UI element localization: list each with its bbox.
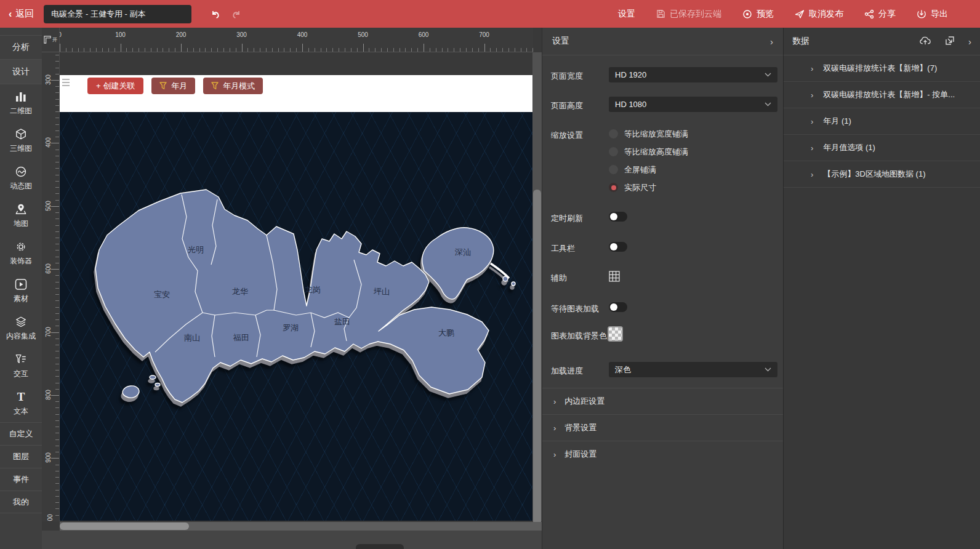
page-width-dropdown[interactable]: HD 1920	[609, 67, 777, 82]
gear-icon	[14, 240, 28, 254]
page-height-dropdown[interactable]: HD 1080	[609, 97, 777, 112]
preview-button[interactable]: 预览	[742, 9, 774, 20]
funnel-icon	[211, 82, 219, 90]
page-width-label: 页面宽度	[551, 71, 583, 82]
chevron-right-icon: ›	[811, 64, 813, 73]
shenzhen-map[interactable]: 光明宝安龙华龙岗坪山深汕罗湖盐田南山福田大鹏	[60, 112, 533, 521]
sidebar-item-交互[interactable]: 交互	[0, 347, 42, 385]
sidebar-item-事件[interactable]: 事件	[0, 468, 42, 491]
export-button[interactable]: 导出	[917, 9, 948, 20]
chevron-left-icon: ‹	[9, 9, 12, 20]
district-label-龙岗: 龙岗	[305, 285, 321, 294]
section-封面设置[interactable]: ›封面设置	[542, 441, 784, 467]
dataset-row[interactable]: ›【示例】3D区域地图数据 (1)	[784, 161, 980, 188]
horizontal-scrollbar[interactable]	[60, 522, 542, 531]
dataset-row[interactable]: ›年月值选项 (1)	[784, 135, 980, 161]
scale-option-全屏铺满[interactable]: 全屏铺满	[609, 161, 688, 178]
map-islet	[150, 375, 156, 379]
chart-loading-bg-swatch[interactable]	[608, 326, 623, 342]
redo-icon[interactable]	[230, 7, 243, 21]
radio-icon[interactable]	[609, 129, 618, 138]
bar-chart-icon	[14, 90, 28, 103]
sidebar-tab-设计[interactable]: 设计	[0, 60, 42, 84]
collapse-panel-icon[interactable]: ›	[968, 36, 971, 47]
page-chart-background[interactable]: 光明宝安龙华龙岗坪山深汕罗湖盐田南山福田大鹏	[60, 112, 533, 521]
scale-option-等比缩放高度铺满[interactable]: 等比缩放高度铺满	[609, 143, 688, 161]
radio-icon[interactable]	[609, 165, 618, 174]
radio-icon[interactable]	[609, 183, 618, 192]
horizontal-scrollbar-thumb[interactable]	[60, 523, 189, 530]
back-button[interactable]: ‹ 返回	[0, 8, 42, 20]
filter-button-年月模式[interactable]: 年月模式	[203, 78, 263, 94]
dataset-row[interactable]: ›双碳电碳排放统计表【新增】- 按单...	[784, 82, 980, 108]
drag-handle-icon[interactable]	[62, 79, 70, 88]
workspace[interactable]: 光明宝安龙华龙岗坪山深汕罗湖盐田南山福田大鹏 + 创建关联 年月年月模式	[60, 52, 533, 521]
sidebar-item-二维图[interactable]: 二维图	[0, 84, 42, 122]
unpublish-button[interactable]: 取消发布	[795, 9, 843, 20]
canvas-area: 光明宝安龙华龙岗坪山深汕罗湖盐田南山福田大鹏 + 创建关联 年月年月模式 开 0…	[42, 28, 542, 549]
document-title[interactable]: 电碳全景 - 王健专用 - 副本	[44, 5, 191, 23]
district-label-盐田: 盐田	[334, 317, 350, 326]
collapse-panel-icon[interactable]: ›	[770, 36, 773, 47]
ruler-corner[interactable]: 开	[42, 28, 60, 52]
svg-text:T: T	[17, 391, 25, 403]
assist-label: 辅助	[551, 273, 567, 284]
chevron-down-icon	[765, 367, 771, 372]
import-data-icon[interactable]	[945, 36, 955, 47]
sidebar-item-三维图[interactable]: 三维图	[0, 122, 42, 159]
dataset-row[interactable]: ›双碳电碳排放统计表【新增】(7)	[784, 55, 980, 82]
cloud-upload-icon[interactable]	[920, 36, 931, 47]
sidebar-item-我的[interactable]: 我的	[0, 491, 42, 513]
filter-button-年月[interactable]: 年月	[151, 78, 195, 94]
radio-icon[interactable]	[609, 147, 618, 156]
share-button[interactable]: 分享	[864, 9, 896, 20]
section-内边距设置[interactable]: ›内边距设置	[542, 388, 784, 414]
district-label-深汕: 深汕	[454, 247, 471, 257]
chevron-right-icon: ›	[811, 143, 813, 153]
district-label-宝安: 宝安	[154, 290, 170, 299]
timed-refresh-toggle[interactable]	[609, 212, 627, 222]
data-panel: 数据 › ›双碳电碳排放统计表【新增】(7)›双碳电碳排放统计表【新增】- 按单…	[783, 28, 980, 549]
sidebar-item-图层[interactable]: 图层	[0, 445, 42, 468]
grid-assist-icon[interactable]	[609, 271, 620, 284]
app-header: ‹ 返回 电碳全景 - 王健专用 - 副本 设置 已保存到云端 预览	[0, 0, 980, 28]
settings-button[interactable]: 设置	[618, 9, 635, 20]
timed-refresh-label: 定时刷新	[551, 213, 583, 224]
chevron-down-icon	[765, 73, 771, 77]
dataset-row[interactable]: ›年月 (1)	[784, 108, 980, 135]
ruler-icon	[44, 36, 52, 44]
bottom-panel-tab[interactable]	[356, 544, 404, 549]
wait-chart-loading-toggle[interactable]	[609, 302, 627, 312]
district-label-南山: 南山	[184, 333, 200, 342]
preview-icon	[742, 9, 752, 19]
floppy-disk-icon	[656, 9, 665, 18]
map-shenshan-tail	[491, 263, 509, 278]
settings-panel-title: 设置	[552, 36, 569, 47]
district-label-大鹏: 大鹏	[438, 328, 454, 337]
sidebar-item-素材[interactable]: 素材	[0, 272, 42, 310]
vertical-scrollbar-thumb[interactable]	[533, 190, 541, 540]
paper-plane-icon	[795, 9, 805, 19]
sidebar-item-动态图[interactable]: 动态图	[0, 159, 42, 197]
sidebar-item-文本[interactable]: T文本	[0, 385, 42, 422]
sidebar-tab-分析[interactable]: 分析	[0, 35, 42, 60]
scale-option-等比缩放宽度铺满[interactable]: 等比缩放宽度铺满	[609, 125, 688, 143]
scale-option-实际尺寸[interactable]: 实际尺寸	[609, 178, 688, 196]
sidebar-item-自定义[interactable]: 自定义	[0, 422, 42, 445]
district-label-坪山: 坪山	[373, 287, 390, 296]
map-islet	[155, 383, 160, 387]
sidebar-item-装饰器[interactable]: 装饰器	[0, 234, 42, 272]
vertical-scrollbar[interactable]	[532, 52, 542, 521]
section-背景设置[interactable]: ›背景设置	[542, 414, 784, 441]
layers-icon	[14, 315, 28, 329]
dynamic-chart-icon	[14, 165, 28, 178]
horizontal-ruler: 0100200300400500600700	[60, 28, 533, 52]
loading-progress-dropdown[interactable]: 深色	[609, 362, 777, 377]
toolbar-toggle[interactable]	[609, 242, 627, 252]
ruler-corner-label: 开	[52, 36, 57, 43]
undo-icon[interactable]	[209, 7, 222, 21]
sidebar-item-内容集成[interactable]: 内容集成	[0, 310, 42, 347]
sidebar-item-地图[interactable]: 地图	[0, 197, 42, 234]
share-icon	[864, 9, 874, 19]
create-link-button[interactable]: + 创建关联	[87, 78, 143, 94]
